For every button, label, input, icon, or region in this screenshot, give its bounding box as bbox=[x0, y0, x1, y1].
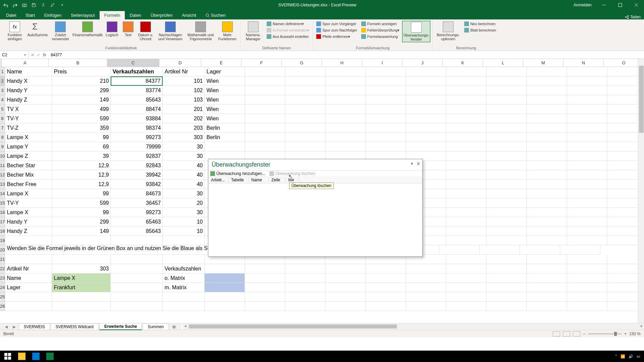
cell-A18[interactable]: Handy Z bbox=[5, 227, 52, 236]
cell-J6[interactable] bbox=[406, 114, 446, 123]
row-header-14[interactable]: 14 bbox=[0, 189, 5, 198]
col-header-I[interactable]: I bbox=[362, 59, 402, 67]
remove-arrows-button[interactable]: Pfeile entfernen ▾ bbox=[315, 34, 358, 40]
cell-L1[interactable] bbox=[486, 67, 527, 76]
cell-C2[interactable]: 84377 bbox=[111, 76, 163, 86]
cell-N6[interactable] bbox=[567, 114, 607, 123]
cell-L22[interactable] bbox=[486, 264, 527, 274]
math-button[interactable]: Mathematik und Trigonometrie bbox=[186, 21, 215, 42]
cell-D25[interactable] bbox=[163, 292, 205, 302]
cell-D10[interactable]: 30 bbox=[163, 152, 205, 161]
cell-G26[interactable] bbox=[285, 302, 325, 311]
cell-C10[interactable]: 92837 bbox=[111, 152, 163, 161]
cell-L16[interactable] bbox=[486, 208, 527, 217]
cell-H22[interactable] bbox=[325, 264, 366, 274]
cell-B2[interactable]: 210 bbox=[52, 76, 111, 86]
cell-B17[interactable]: 299 bbox=[52, 217, 111, 227]
sheet-tab-wildcard[interactable]: SVERWEIS Wildcard bbox=[51, 323, 99, 330]
cell-K4[interactable] bbox=[446, 95, 486, 105]
cell-D4[interactable]: 103 bbox=[163, 95, 205, 105]
calc-options-button[interactable]: Berechnungs-optionen bbox=[435, 21, 462, 42]
cell-B5[interactable]: 499 bbox=[52, 105, 111, 114]
cell-D22[interactable]: Verkaufszahlen bbox=[163, 264, 205, 274]
cell-H5[interactable] bbox=[325, 105, 366, 114]
name-manager-button[interactable]: Namens-Manager bbox=[243, 21, 264, 42]
col-header-N[interactable]: N bbox=[564, 59, 604, 67]
tab-suchen[interactable]: Suchen bbox=[201, 11, 230, 19]
cell-I4[interactable] bbox=[366, 95, 406, 105]
cell-C12[interactable]: 39942 bbox=[111, 170, 163, 180]
cell-G23[interactable] bbox=[285, 274, 325, 283]
cell-L4[interactable] bbox=[486, 95, 527, 105]
cell-E26[interactable] bbox=[205, 302, 245, 311]
cell-K14[interactable] bbox=[446, 189, 486, 198]
cell-G3[interactable] bbox=[285, 86, 325, 95]
tab-seitenlayout[interactable]: Seitenlayout bbox=[66, 11, 100, 19]
cell-A16[interactable]: Lampe X bbox=[5, 208, 52, 217]
cell-N13[interactable] bbox=[567, 180, 607, 189]
cell-C7[interactable]: 98374 bbox=[111, 123, 163, 133]
cell-K6[interactable] bbox=[446, 114, 486, 123]
cell-K10[interactable] bbox=[446, 152, 486, 161]
sheet-tab-sverweis[interactable]: SVERWEIS bbox=[19, 323, 50, 330]
cell-J1[interactable] bbox=[406, 67, 446, 76]
cell-J7[interactable] bbox=[406, 123, 446, 133]
cell-H7[interactable] bbox=[325, 123, 366, 133]
cell-G4[interactable] bbox=[285, 95, 325, 105]
row-header-12[interactable]: 12 bbox=[0, 170, 5, 180]
row-header-8[interactable]: 8 bbox=[0, 133, 5, 142]
cell-N21[interactable] bbox=[567, 255, 607, 264]
cell-C24[interactable] bbox=[111, 283, 163, 292]
cell-B24[interactable]: Frankfurt bbox=[52, 283, 111, 292]
cell-J26[interactable] bbox=[406, 302, 446, 311]
cell-N14[interactable] bbox=[567, 189, 607, 198]
cell-N26[interactable] bbox=[567, 302, 607, 311]
cell-N20[interactable] bbox=[520, 245, 560, 255]
cell-C1[interactable]: Verkaufszahlen bbox=[111, 67, 163, 76]
cell-F3[interactable] bbox=[245, 86, 285, 95]
cell-M25[interactable] bbox=[527, 292, 567, 302]
signin-button[interactable]: Anmelden bbox=[570, 1, 596, 9]
autosum-button[interactable]: ΣAutoSumme bbox=[27, 21, 48, 38]
cell-F25[interactable] bbox=[245, 292, 285, 302]
cell-A25[interactable] bbox=[5, 292, 52, 302]
cell-N1[interactable] bbox=[567, 67, 607, 76]
sheet-tab-erweiterte[interactable]: Erweiterte Suche bbox=[99, 323, 142, 330]
cell-C9[interactable]: 79999 bbox=[111, 142, 163, 152]
cell-D17[interactable]: 10 bbox=[163, 217, 205, 227]
cell-B16[interactable]: 99 bbox=[52, 208, 111, 217]
cell-D23[interactable]: o. Matrix bbox=[163, 274, 205, 283]
cell-J4[interactable] bbox=[406, 95, 446, 105]
cell-G22[interactable] bbox=[285, 264, 325, 274]
cell-F1[interactable] bbox=[245, 67, 285, 76]
cell-B7[interactable]: 359 bbox=[52, 123, 111, 133]
cell-D8[interactable]: 303 bbox=[163, 133, 205, 142]
row-header-7[interactable]: 7 bbox=[0, 123, 5, 133]
cell-A21[interactable] bbox=[5, 255, 52, 264]
cell-N23[interactable] bbox=[567, 274, 607, 283]
tab-start[interactable]: Start bbox=[21, 11, 39, 19]
cell-M24[interactable] bbox=[527, 283, 567, 292]
cell-J3[interactable] bbox=[406, 86, 446, 95]
row-header-17[interactable]: 17 bbox=[0, 217, 5, 227]
cell-E5[interactable]: Wien bbox=[205, 105, 245, 114]
cell-B19[interactable] bbox=[52, 236, 111, 245]
cell-I9[interactable] bbox=[366, 142, 406, 152]
cell-L24[interactable] bbox=[486, 283, 527, 292]
zoom-slider[interactable] bbox=[588, 333, 622, 335]
cell-F24[interactable] bbox=[245, 283, 285, 292]
cell-M9[interactable] bbox=[527, 142, 567, 152]
undo-icon[interactable] bbox=[3, 2, 9, 8]
cell-B9[interactable]: 69 bbox=[52, 142, 111, 152]
cell-M8[interactable] bbox=[527, 133, 567, 142]
cell-H9[interactable] bbox=[325, 142, 366, 152]
cell-K15[interactable] bbox=[446, 198, 486, 208]
tray-volume-icon[interactable]: 🔊 bbox=[629, 354, 633, 359]
cell-L10[interactable] bbox=[486, 152, 527, 161]
cell-F5[interactable] bbox=[245, 105, 285, 114]
cell-A22[interactable]: Artikel Nr bbox=[5, 264, 52, 274]
cell-F26[interactable] bbox=[245, 302, 285, 311]
cell-M3[interactable] bbox=[527, 86, 567, 95]
cell-L18[interactable] bbox=[486, 227, 527, 236]
cell-E25[interactable] bbox=[205, 292, 245, 302]
